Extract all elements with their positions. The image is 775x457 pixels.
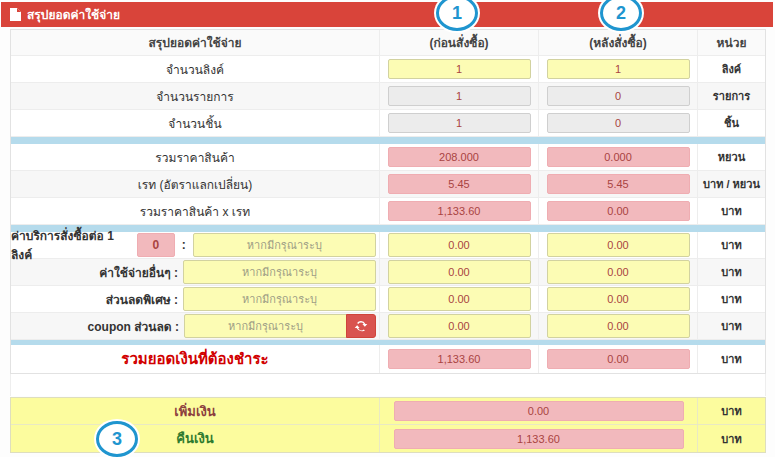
add-money-value: 0.00	[394, 401, 684, 421]
row-label-group: ส่วนลดพิเศษ :	[11, 286, 379, 312]
special-discount-before-input[interactable]	[388, 287, 531, 311]
rate-before-value: 5.45	[388, 174, 531, 194]
row-label: รวมราคาสินค้า	[11, 144, 379, 170]
row-total-times-rate: รวมราคาสินค้า x เรท 1,133.60 0.00 บาท	[11, 198, 765, 225]
row-unit: ลิงค์	[697, 56, 765, 82]
row-unit: บาท	[697, 286, 765, 312]
row-special-discount: ส่วนลดพิเศษ : บาท	[11, 286, 765, 313]
row-label: รวมราคาสินค้า x เรท	[11, 198, 379, 224]
row-total-price: รวมราคาสินค้า 208.000 0.000 หยวน	[11, 144, 765, 171]
total-x-rate-before-value: 1,133.60	[388, 201, 531, 221]
row-unit: บาท	[697, 425, 765, 452]
row-unit: รายการ	[697, 83, 765, 109]
coupon-before-input[interactable]	[388, 314, 531, 338]
row-add-money: เพิ่มเงิน 0.00 บาท	[11, 398, 765, 425]
document-icon	[10, 8, 21, 21]
row-unit: บาท	[697, 398, 765, 424]
row-unit: บาท	[697, 313, 765, 339]
annotation-badge-3: 3	[96, 421, 138, 457]
service-fee-after-input[interactable]	[547, 233, 690, 257]
table-header-row: สรุปยอดค่าใช้จ่าย (ก่อนสั่งซื้อ) (หลังสั…	[11, 30, 765, 56]
col-header-after: (หลังสั่งซื้อ)	[538, 30, 697, 55]
items-after-input	[547, 86, 690, 106]
row-label: จำนวนชิ้น	[11, 110, 379, 136]
row-label: จำนวนลิงค์	[11, 56, 379, 82]
row-unit: บาท / หยวน	[697, 171, 765, 197]
grand-total-label: รวมยอดเงินที่ต้องชำระ	[11, 345, 379, 373]
rate-after-value: 5.45	[547, 174, 690, 194]
col-header-unit: หน่วย	[697, 30, 765, 55]
row-service-fee: ค่าบริการสั่งซื้อต่อ 1 ลิงค์ 0 : บาท	[11, 232, 765, 259]
refund-label: คืนเงิน	[11, 425, 379, 452]
other-expense-before-input[interactable]	[388, 260, 531, 284]
row-unit: บาท	[697, 259, 765, 285]
row-label: เรท (อัตราแลกเปลี่ยน)	[11, 171, 379, 197]
row-unit: หยวน	[697, 144, 765, 170]
add-money-label: เพิ่มเงิน	[11, 398, 379, 424]
service-fee-qty-value: 0	[137, 233, 175, 257]
row-label: ส่วนลดพิเศษ :	[106, 290, 178, 309]
row-exchange-rate: เรท (อัตราแลกเปลี่ยน) 5.45 5.45 บาท / หย…	[11, 171, 765, 198]
panel-header: สรุปยอดค่าใช้จ่าย	[1, 2, 773, 27]
row-label-group: ค่าบริการสั่งซื้อต่อ 1 ลิงค์ 0 :	[11, 232, 379, 258]
section-divider	[11, 137, 765, 144]
other-expense-note-input[interactable]	[183, 260, 376, 284]
row-link-count: จำนวนลิงค์ ลิงค์	[11, 56, 765, 83]
coupon-refresh-button[interactable]	[346, 314, 376, 338]
row-coupon-discount: coupon ส่วนลด : บาท	[11, 313, 765, 340]
row-label: จำนวนรายการ	[11, 83, 379, 109]
row-label: coupon ส่วนลด :	[88, 317, 179, 336]
spacer-strip	[10, 374, 766, 396]
total-price-after-value: 0.000	[547, 147, 690, 167]
special-discount-note-input[interactable]	[183, 287, 376, 311]
row-label: ค่าใช้จ่ายอื่นๆ :	[99, 263, 178, 282]
refresh-icon	[354, 319, 368, 333]
row-unit: บาท	[697, 232, 765, 258]
links-after-input[interactable]	[547, 59, 690, 79]
row-other-expense: ค่าใช้จ่ายอื่นๆ : บาท	[11, 259, 765, 286]
grand-total-after-value: 0.00	[547, 349, 690, 369]
row-grand-total: รวมยอดเงินที่ต้องชำระ 1,133.60 0.00 บาท	[11, 345, 765, 373]
links-before-input[interactable]	[388, 59, 531, 79]
other-expense-after-input[interactable]	[547, 260, 690, 284]
panel-title: สรุปยอดค่าใช้จ่าย	[27, 5, 120, 24]
pieces-after-input	[547, 113, 690, 133]
pieces-before-input	[388, 113, 531, 133]
special-discount-after-input[interactable]	[547, 287, 690, 311]
coupon-after-input[interactable]	[547, 314, 690, 338]
refund-value: 1,133.60	[394, 429, 684, 449]
col-header-summary: สรุปยอดค่าใช้จ่าย	[11, 30, 379, 55]
service-fee-before-input[interactable]	[388, 233, 531, 257]
col-header-before: (ก่อนสั่งซื้อ)	[379, 30, 538, 55]
row-unit: บาท	[697, 345, 765, 373]
total-price-before-value: 208.000	[388, 147, 531, 167]
row-unit: บาท	[697, 198, 765, 224]
row-label-group: ค่าใช้จ่ายอื่นๆ :	[11, 259, 379, 285]
service-fee-note-input[interactable]	[193, 233, 376, 257]
coupon-input-group	[184, 314, 376, 338]
row-piece-count: จำนวนชิ้น ชิ้น	[11, 110, 765, 137]
expense-summary-panel: สรุปยอดค่าใช้จ่าย สรุปยอดค่าใช้จ่าย (ก่อ…	[0, 0, 775, 457]
row-unit: ชิ้น	[697, 110, 765, 136]
coupon-code-input[interactable]	[184, 314, 347, 338]
row-item-count: จำนวนรายการ รายการ	[11, 83, 765, 110]
grand-total-before-value: 1,133.60	[388, 349, 531, 369]
colon-separator: :	[182, 238, 186, 252]
summary-table: สรุปยอดค่าใช้จ่าย (ก่อนสั่งซื้อ) (หลังสั…	[10, 29, 766, 374]
row-label-group: coupon ส่วนลด :	[11, 313, 379, 339]
total-x-rate-after-value: 0.00	[547, 201, 690, 221]
items-before-input	[388, 86, 531, 106]
